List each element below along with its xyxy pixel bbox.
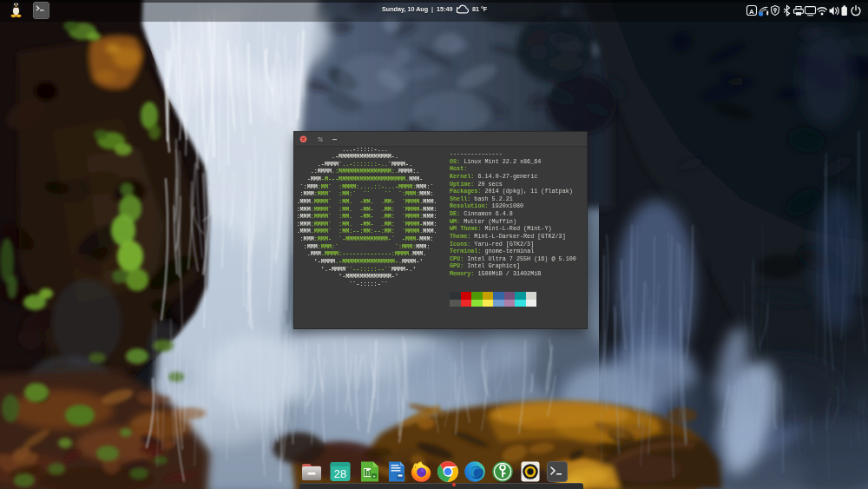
- svg-text:+: +: [372, 473, 376, 479]
- svg-text:A: A: [749, 8, 754, 16]
- svg-text:28: 28: [334, 467, 346, 480]
